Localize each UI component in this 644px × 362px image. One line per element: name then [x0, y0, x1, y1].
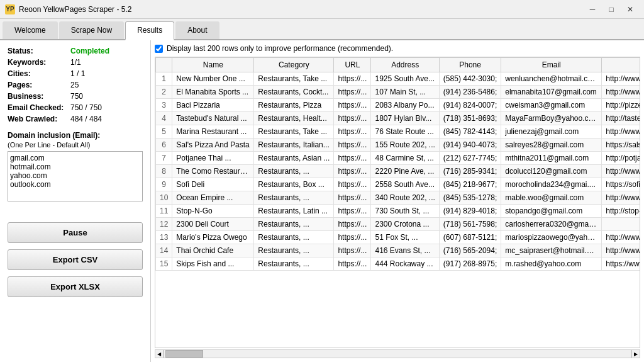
table-row: 10 Ocean Empire ... Restaurants, ... htt…: [156, 191, 641, 205]
cell-name: Baci Pizzaria: [172, 99, 254, 112]
table-row: 2 El Manabita Sports ... Restaurants, Co…: [156, 86, 641, 99]
status-label: Status:: [8, 47, 70, 55]
cell-phone: (917) 268-8975;: [439, 257, 501, 271]
cell-phone: (914) 236-5486;: [439, 86, 501, 99]
cell-url: https://...: [334, 178, 371, 191]
business-row: Business: 750: [8, 92, 143, 101]
table-row: 3 Baci Pizzaria Restaurants, Pizza https…: [156, 99, 641, 112]
close-button[interactable]: ✕: [621, 3, 639, 16]
app-icon: YP: [5, 4, 15, 14]
cell-num: 8: [156, 165, 172, 178]
cell-name: Potjanee Thai ...: [172, 152, 254, 165]
title-bar: YP Reoon YellowPages Scraper - 5.2 ─ □ ✕: [0, 0, 644, 19]
cell-phone: (718) 561-7598;: [439, 218, 501, 231]
cell-category: Restaurants, Latin ...: [254, 205, 334, 218]
cell-name: 2300 Deli Court: [172, 218, 254, 231]
performance-label: Display last 200 rows only to improve pe…: [167, 44, 393, 53]
cell-num: 12: [156, 218, 172, 231]
cell-email: carlosherrera0320@gmai....: [501, 218, 602, 231]
business-label: Business:: [8, 92, 70, 101]
cell-email: MayaFarmBoy@yahoo.com: [501, 112, 602, 125]
col-web: [602, 58, 640, 72]
col-address: Address: [371, 58, 439, 72]
cell-address: 2300 Crotona ...: [371, 218, 439, 231]
scrollbar-thumb: [165, 350, 203, 358]
cell-email: stopandgo@gmail.com: [501, 205, 602, 218]
cell-phone: (718) 351-8693;: [439, 112, 501, 125]
cell-name: Sal's Pizza And Pasta: [172, 139, 254, 152]
cell-url: https://...: [334, 125, 371, 139]
maximize-button[interactable]: □: [602, 3, 620, 16]
cell-web: http://pizzerial: [602, 99, 640, 112]
scroll-left-arrow[interactable]: ◀: [155, 349, 164, 358]
horizontal-scrollbar[interactable]: [164, 349, 631, 358]
cell-web: http://potjanee: [602, 152, 640, 165]
tab-bar: Welcome Scrape Now Results About: [0, 19, 644, 40]
window-controls: ─ □ ✕: [584, 3, 639, 16]
table-row: 7 Potjanee Thai ... Restaurants, Asian .…: [156, 152, 641, 165]
pages-label: Pages:: [8, 81, 70, 89]
minimize-button[interactable]: ─: [584, 3, 601, 16]
cell-category: Restaurants, Cockt...: [254, 86, 334, 99]
status-value: Completed: [70, 47, 109, 55]
cities-row: Cities: 1 / 1: [8, 69, 143, 78]
performance-checkbox[interactable]: [155, 45, 163, 53]
export-csv-button[interactable]: Export CSV: [8, 249, 143, 270]
cell-web: https://sofideli: [602, 178, 640, 191]
cell-address: 1925 South Ave...: [371, 72, 439, 86]
cell-url: https://...: [334, 99, 371, 112]
cell-name: Stop-N-Go: [172, 205, 254, 218]
scroll-right-arrow[interactable]: ▶: [631, 349, 640, 358]
cell-category: Restaurants, Take ...: [254, 125, 334, 139]
cell-address: 2220 Pine Ave, ...: [371, 165, 439, 178]
cell-url: https://...: [334, 218, 371, 231]
cell-phone: (914) 829-4018;: [439, 205, 501, 218]
cell-phone: (716) 285-9341;: [439, 165, 501, 178]
domain-sublabel: (One Per Line - Default All): [8, 141, 143, 149]
cell-web: http://www.tha: [602, 244, 640, 257]
cell-category: Restaurants, Box ...: [254, 178, 334, 191]
pause-button[interactable]: Pause: [8, 222, 143, 243]
domain-textarea[interactable]: gmail.com hotmail.com yahoo.com outlook.…: [8, 151, 143, 201]
results-table-container[interactable]: Name Category URL Address Phone Email 1 …: [155, 57, 640, 348]
cell-url: https://...: [334, 165, 371, 178]
table-row: 11 Stop-N-Go Restaurants, Latin ... http…: [156, 205, 641, 218]
cell-name: Marina Restaurant ...: [172, 125, 254, 139]
keywords-row: Keywords: 1/1: [8, 58, 143, 67]
cell-web: http://www.co: [602, 165, 640, 178]
cell-name: El Manabita Sports ...: [172, 86, 254, 99]
cell-web: http://www.ma: [602, 231, 640, 244]
cell-web: http://www.ne: [602, 72, 640, 86]
col-name: Name: [172, 58, 254, 72]
cell-address: 340 Route 202, ...: [371, 191, 439, 205]
business-value: 750: [70, 92, 83, 101]
cities-value: 1 / 1: [70, 69, 85, 78]
cell-web: https://www.sk: [602, 257, 640, 271]
table-row: 4 Tastebud's Natural ... Restaurants, He…: [156, 112, 641, 125]
tab-about[interactable]: About: [175, 21, 219, 39]
status-row: Status: Completed: [8, 47, 143, 55]
cell-name: Ocean Empire ...: [172, 191, 254, 205]
tab-scrape-now[interactable]: Scrape Now: [59, 21, 124, 39]
cell-phone: (845) 535-1278;: [439, 191, 501, 205]
cell-phone: (914) 824-0007;: [439, 99, 501, 112]
table-header-row: Name Category URL Address Phone Email: [156, 58, 641, 72]
cell-email: mthitna2011@gmail.com: [501, 152, 602, 165]
tab-results[interactable]: Results: [125, 21, 174, 40]
table-row: 15 Skips Fish and ... Restaurants, ... h…: [156, 257, 641, 271]
col-num: [156, 58, 172, 72]
cities-label: Cities:: [8, 69, 70, 78]
cell-url: https://...: [334, 205, 371, 218]
main-content: Status: Completed Keywords: 1/1 Cities: …: [0, 40, 644, 362]
tab-welcome[interactable]: Welcome: [3, 21, 58, 39]
col-category: Category: [254, 58, 334, 72]
cell-category: Restaurants, ...: [254, 218, 334, 231]
export-xlsx-button[interactable]: Export XLSX: [8, 276, 143, 297]
cell-address: 1807 Hylan Blv...: [371, 112, 439, 125]
domain-section: Domain inclusion (Email): (One Per Line …: [8, 131, 143, 203]
col-url: URL: [334, 58, 371, 72]
keywords-label: Keywords:: [8, 58, 70, 67]
table-row: 9 Sofi Deli Restaurants, Box ... https:/…: [156, 178, 641, 191]
email-checked-value: 750 / 750: [70, 103, 102, 112]
table-row: 13 Mario's Pizza Owego Restaurants, ... …: [156, 231, 641, 244]
